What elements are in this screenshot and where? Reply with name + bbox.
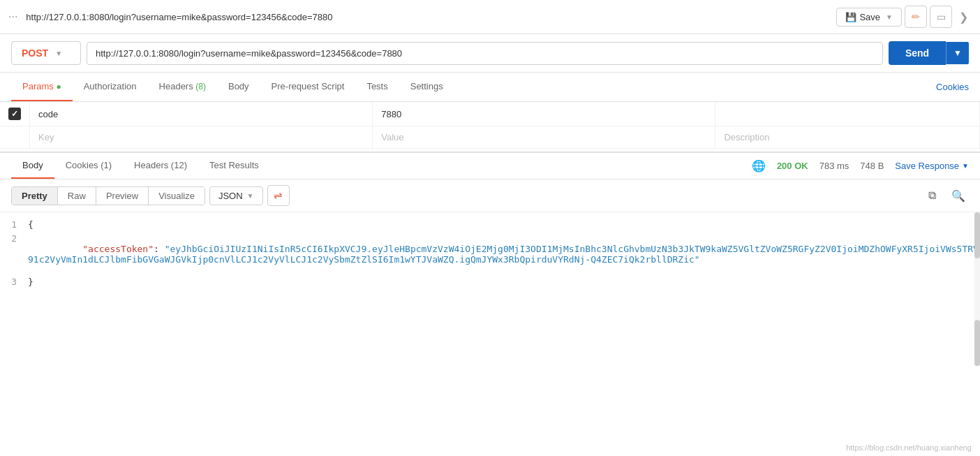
tab-authorization[interactable]: Authorization: [73, 73, 148, 101]
placeholder-check-cell: [0, 126, 30, 149]
search-icon: 🔍: [951, 189, 965, 203]
placeholder-key-cell[interactable]: Key: [30, 126, 373, 149]
format-right-actions: ⧉ 🔍: [921, 185, 969, 206]
method-label: POST: [22, 47, 48, 59]
wrap-button[interactable]: ⇌: [267, 185, 290, 206]
json-key-accesstoken: "accessToken": [61, 244, 154, 254]
placeholder-desc-cell[interactable]: Description: [715, 126, 980, 149]
type-chevron-icon: ▼: [247, 192, 254, 200]
line-number-1: 1: [0, 218, 28, 230]
tab-params[interactable]: Params ●: [11, 73, 73, 101]
collapse-icon: ❯: [959, 11, 968, 23]
save-label: Save: [859, 12, 880, 22]
response-tab-cookies[interactable]: Cookies (1): [54, 153, 123, 179]
type-selector[interactable]: JSON ▼: [209, 186, 263, 205]
method-dropdown[interactable]: POST ▼: [11, 41, 81, 65]
format-raw-button[interactable]: Raw: [58, 187, 96, 205]
param-value-cell[interactable]: 7880: [373, 102, 715, 126]
params-table: code 7880 Key Value Description: [0, 102, 980, 149]
code-content-1: {: [28, 218, 980, 230]
comment-icon: ▭: [937, 11, 946, 22]
line-number-3: 3: [0, 275, 28, 287]
top-actions: 💾 Save ▼ ✏ ▭ ❯: [836, 6, 972, 28]
format-pretty-button[interactable]: Pretty: [12, 187, 58, 205]
code-line-2: 2 "accessToken": "eyJhbGciOiJIUzI1NiIsIn…: [0, 232, 980, 275]
params-badge: ●: [56, 82, 61, 91]
save-disk-icon: 💾: [845, 12, 856, 22]
format-visualize-button[interactable]: Visualize: [149, 187, 205, 205]
method-chevron-icon: ▼: [55, 50, 62, 57]
wrap-icon: ⇌: [274, 189, 283, 202]
send-dropdown-button[interactable]: ▼: [946, 42, 969, 64]
status-badge: 200 OK: [777, 161, 808, 171]
edit-button[interactable]: ✏: [905, 6, 927, 28]
param-checkbox[interactable]: [8, 108, 21, 120]
edit-icon: ✏: [912, 11, 920, 22]
code-content-3: }: [28, 275, 980, 287]
param-check-cell: [0, 102, 30, 126]
response-tab-headers[interactable]: Headers (12): [123, 153, 198, 179]
placeholder-key: Key: [38, 132, 54, 142]
response-tab-body[interactable]: Body: [11, 153, 54, 179]
placeholder-value-cell[interactable]: Value: [373, 126, 715, 149]
json-colon: :: [154, 244, 165, 254]
top-url-display: http://127.0.0.1:8080/login?username=mik…: [26, 12, 831, 22]
placeholder-value: Value: [381, 132, 403, 142]
request-tabs-bar: Params ● Authorization Headers (8) Body …: [0, 73, 980, 102]
code-content-2: "accessToken": "eyJhbGciOiJIUzI1NiIsInR5…: [28, 232, 980, 275]
globe-icon: 🌐: [752, 159, 766, 172]
search-in-response-button[interactable]: 🔍: [948, 185, 969, 206]
save-button[interactable]: 💾 Save ▼: [836, 8, 902, 27]
response-tabs-bar: Body Cookies (1) Headers (12) Test Resul…: [0, 152, 980, 179]
json-value-accesstoken: "eyJhbGciOiJIUzI1NiIsInR5cCI6IkpXVCJ9.ey…: [28, 244, 979, 265]
format-bar: Pretty Raw Preview Visualize JSON ▼ ⇌ ⧉ …: [0, 179, 980, 212]
scrollbar-thumb-top[interactable]: [974, 212, 980, 258]
response-time: 783 ms: [819, 161, 849, 171]
tab-settings[interactable]: Settings: [399, 73, 454, 101]
menu-dots[interactable]: ···: [8, 10, 17, 23]
save-chevron-icon: ▼: [886, 13, 893, 21]
collapse-panel-button[interactable]: ❯: [955, 6, 972, 28]
scrollbar-thumb-bottom[interactable]: [974, 320, 980, 366]
tab-prerequest[interactable]: Pre-request Script: [260, 73, 356, 101]
top-bar: ··· http://127.0.0.1:8080/login?username…: [0, 0, 980, 34]
param-key-value: code: [38, 109, 58, 119]
code-line-1: 1 {: [0, 218, 980, 232]
copy-icon: ⧉: [928, 189, 936, 202]
send-chevron-icon: ▼: [953, 48, 962, 58]
tab-body[interactable]: Body: [217, 73, 260, 101]
param-key-cell[interactable]: code: [30, 102, 373, 126]
send-main-button[interactable]: Send: [889, 41, 946, 65]
tab-tests[interactable]: Tests: [355, 73, 399, 101]
save-response-chevron-icon: ▼: [962, 162, 969, 170]
table-row: code 7880: [0, 102, 980, 126]
response-body-code: 1 { 2 "accessToken": "eyJhbGciOiJIUzI1Ni…: [0, 212, 980, 366]
scrollbar-track[interactable]: [974, 212, 980, 366]
comment-button[interactable]: ▭: [930, 6, 952, 28]
cookies-link[interactable]: Cookies: [936, 82, 969, 92]
save-response-label: Save Response: [895, 161, 959, 171]
tab-headers[interactable]: Headers (8): [148, 73, 217, 101]
watermark: https://blog.csdn.net/huang.xianheng: [846, 443, 972, 452]
url-input[interactable]: [87, 42, 883, 65]
send-button-group: Send ▼: [889, 41, 969, 65]
copy-button[interactable]: ⧉: [921, 185, 942, 206]
type-label: JSON: [218, 191, 243, 201]
response-tab-test-results[interactable]: Test Results: [198, 153, 270, 179]
format-preview-button[interactable]: Preview: [96, 187, 149, 205]
param-value-value: 7880: [381, 109, 401, 119]
response-size: 748 B: [860, 161, 884, 171]
placeholder-desc: Description: [724, 132, 769, 142]
format-group: Pretty Raw Preview Visualize: [11, 186, 205, 205]
request-line: POST ▼ Send ▼: [0, 34, 980, 73]
table-row-placeholder: Key Value Description: [0, 126, 980, 149]
code-line-3: 3 }: [0, 275, 980, 289]
headers-badge: (8): [195, 82, 206, 91]
response-meta: 🌐 200 OK 783 ms 748 B Save Response ▼: [752, 159, 969, 172]
param-desc-cell[interactable]: [715, 102, 980, 126]
line-number-2: 2: [0, 232, 28, 244]
save-response-button[interactable]: Save Response ▼: [895, 161, 969, 171]
